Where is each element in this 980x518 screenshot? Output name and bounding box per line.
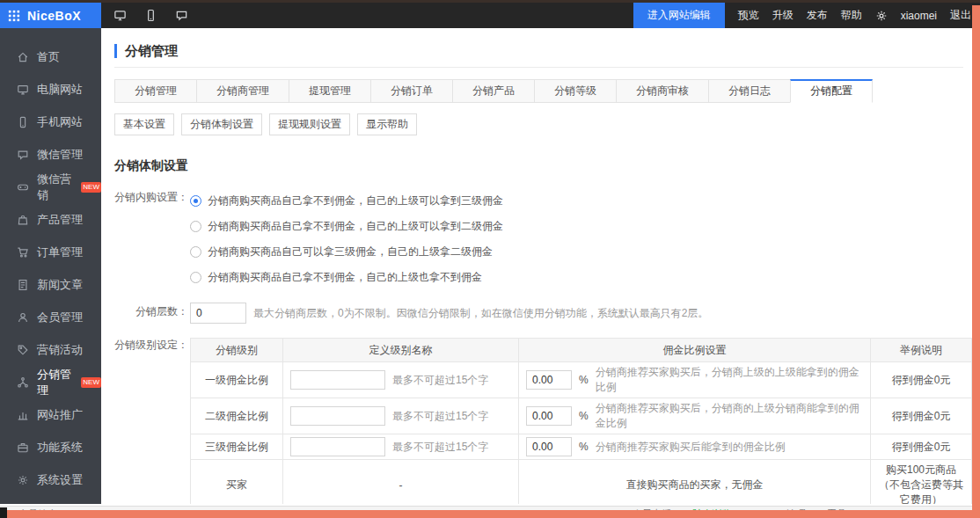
logo-block[interactable]: NiceBoX xyxy=(0,3,101,28)
level2-name-input[interactable] xyxy=(290,406,385,426)
tab-distributor-review[interactable]: 分销商审核 xyxy=(616,79,709,103)
sidebar-item-home[interactable]: 首页 xyxy=(0,40,101,73)
logo-text: NiceBoX xyxy=(27,9,81,23)
tab-withdraw-mgmt[interactable]: 提现管理 xyxy=(289,79,371,103)
radio-option-4[interactable]: 分销商购买商品自己拿不到佣金，自己的上级也拿不到佣金 xyxy=(190,265,503,290)
levels-input[interactable] xyxy=(190,303,246,324)
level3-rate-input[interactable] xyxy=(526,437,572,456)
home-icon xyxy=(17,51,29,63)
col-rate: 佣金比例设置 xyxy=(519,339,871,362)
level2-rate-input[interactable] xyxy=(526,406,572,426)
show-help-button[interactable]: 显示帮助 xyxy=(357,113,417,135)
chat-icon xyxy=(17,149,29,161)
preview-link[interactable]: 预览 xyxy=(738,8,759,23)
sidebar-item-promotion[interactable]: 网站推广 xyxy=(0,398,101,431)
level3-name-input[interactable] xyxy=(290,437,385,456)
desktop-right-strip xyxy=(972,5,980,518)
level1-name-input[interactable] xyxy=(290,370,385,390)
percent-sign: % xyxy=(579,374,589,386)
rate-desc: 分销商推荐买家购买后，分销商的上级分销商能拿到的佣金比例 xyxy=(596,401,863,431)
section-heading-system: 分销体制设置 xyxy=(114,158,972,174)
sidebar-item-products[interactable]: 产品管理 xyxy=(0,203,101,236)
sidebar-item-label: 手机网站 xyxy=(37,114,83,130)
grid-menu-icon[interactable] xyxy=(8,10,20,22)
tab-distributor-mgmt[interactable]: 分销商管理 xyxy=(196,79,289,103)
sidebar-item-distribution[interactable]: 分销管理 NEW xyxy=(0,366,101,398)
radio-option-2[interactable]: 分销商购买商品自己拿不到佣金，自己的上级可以拿到二级佣金 xyxy=(190,214,503,239)
page-title: 分销管理 xyxy=(125,43,178,60)
sidebar: 首页 电脑网站 手机网站 微信管理 微信营销 NEW 产品管理 订单管理 xyxy=(0,28,101,504)
tab-distribution-orders[interactable]: 分销订单 xyxy=(370,79,453,103)
inner-purchase-options: 分销商购买商品自己拿不到佣金，自己的上级可以拿到三级佣金 分销商购买商品自己拿不… xyxy=(190,188,503,290)
sidebar-item-orders[interactable]: 订单管理 xyxy=(0,236,101,268)
help-link[interactable]: 帮助 xyxy=(841,8,862,23)
sidebar-item-mobile-site[interactable]: 手机网站 xyxy=(0,106,101,138)
example-cell: 得到佣金0元 xyxy=(871,362,972,398)
new-badge: NEW xyxy=(81,182,101,193)
table-header-row: 分销级别 定义级别名称 佣金比例设置 举例说明 xyxy=(191,339,972,362)
gear-icon[interactable] xyxy=(875,10,888,22)
header-divider xyxy=(114,67,963,68)
bag-icon xyxy=(17,214,29,226)
desktop-bottom-strip xyxy=(7,510,972,518)
col-level: 分销级别 xyxy=(191,339,283,362)
username[interactable]: xiaomei xyxy=(901,10,937,22)
withdraw-rules-button[interactable]: 提现规则设置 xyxy=(269,113,350,135)
level-cell: 一级佣金比例 xyxy=(191,362,283,398)
inner-purchase-label: 分销内购设置： xyxy=(114,188,188,290)
share-icon xyxy=(17,376,29,389)
sidebar-item-label: 新闻文章 xyxy=(37,277,83,293)
radio-icon[interactable] xyxy=(190,221,201,232)
upgrade-link[interactable]: 升级 xyxy=(772,8,794,23)
topbar: NiceBoX 进入网站编辑 预览 升级 发布 帮助 xiaomei 退出 xyxy=(0,3,980,28)
radio-option-1[interactable]: 分销商购买商品自己拿不到佣金，自己的上级可以拿到三级佣金 xyxy=(190,188,503,214)
sidebar-item-members[interactable]: 会员管理 xyxy=(0,301,101,333)
basic-settings-button[interactable]: 基本设置 xyxy=(114,113,174,135)
publish-link[interactable]: 发布 xyxy=(807,8,828,23)
monitor-icon[interactable] xyxy=(113,9,127,22)
sidebar-item-news[interactable]: 新闻文章 xyxy=(0,268,101,301)
tab-distribution-products[interactable]: 分销产品 xyxy=(452,79,535,103)
tab-bar: 分销管理 分销商管理 提现管理 分销订单 分销产品 分销等级 分销商审核 分销日… xyxy=(114,79,972,103)
level-cell: 二级佣金比例 xyxy=(191,398,283,434)
tab-distribution-levels[interactable]: 分销等级 xyxy=(534,79,617,103)
phone-icon xyxy=(17,116,29,128)
radio-option-3[interactable]: 分销商购买商品自己可以拿三级佣金，自己的上级拿二级佣金 xyxy=(190,239,503,265)
sidebar-item-label: 网站推广 xyxy=(37,407,83,423)
rate-desc: 分销商推荐买家购买后，分销商上级的上级能拿到的佣金比例 xyxy=(596,365,863,395)
name-hint: 最多不可超过15个字 xyxy=(392,409,488,424)
gear-icon xyxy=(17,474,29,486)
sidebar-item-wechat-marketing[interactable]: 微信营销 NEW xyxy=(0,171,101,203)
sidebar-item-marketing[interactable]: 营销活动 xyxy=(0,333,101,366)
new-badge: NEW xyxy=(81,377,101,388)
table-row: 二级佣金比例 最多不可超过15个字 % 分销商推荐买家购买后，分销商的上级分销商… xyxy=(191,398,972,434)
sidebar-item-functions[interactable]: 功能系统 xyxy=(0,431,101,463)
radio-selected-icon[interactable] xyxy=(190,195,201,207)
tab-distribution-logs[interactable]: 分销日志 xyxy=(708,79,791,103)
logout-link[interactable]: 退出 xyxy=(950,8,971,23)
chart-icon xyxy=(17,409,29,421)
levels-hint: 最大分销商层数，0为不限制。因微信分销限制，如在微信使用分销功能，系统默认最高只… xyxy=(253,306,708,321)
level-table-row: 分销级别设定： 分销级别 定义级别名称 佣金比例设置 举例说明 一级佣金比例 xyxy=(114,336,972,504)
radio-icon[interactable] xyxy=(190,272,201,283)
sidebar-item-wechat-mgmt[interactable]: 微信管理 xyxy=(0,138,101,171)
sidebar-item-label: 电脑网站 xyxy=(37,82,83,98)
system-settings-button[interactable]: 分销体制设置 xyxy=(181,113,262,135)
sidebar-item-settings[interactable]: 系统设置 xyxy=(0,463,101,496)
buyer-rate-cell: 直接购买商品的买家，无佣金 xyxy=(519,460,871,505)
radio-icon[interactable] xyxy=(190,246,201,258)
document-icon xyxy=(17,279,29,291)
tab-distribution-config[interactable]: 分销配置 xyxy=(790,79,873,103)
subnav: 基本设置 分销体制设置 提现规则设置 显示帮助 xyxy=(114,113,972,135)
radio-option-text: 分销商购买商品自己拿不到佣金，自己的上级也拿不到佣金 xyxy=(208,270,482,285)
level-cell: 三级佣金比例 xyxy=(191,434,283,460)
table-row: 三级佣金比例 最多不可超过15个字 % 分销商推荐买家购买后能拿到的佣金比例 得… xyxy=(191,434,972,460)
phone-icon[interactable] xyxy=(144,9,157,22)
sidebar-item-pc-site[interactable]: 电脑网站 xyxy=(0,73,101,106)
chat-icon[interactable] xyxy=(175,9,188,22)
gamepad-icon xyxy=(17,181,29,193)
enter-site-edit-button[interactable]: 进入网站编辑 xyxy=(633,3,725,28)
tab-distribution-mgmt[interactable]: 分销管理 xyxy=(114,79,197,103)
level-table-label: 分销级别设定： xyxy=(114,336,188,504)
level1-rate-input[interactable] xyxy=(526,370,572,390)
